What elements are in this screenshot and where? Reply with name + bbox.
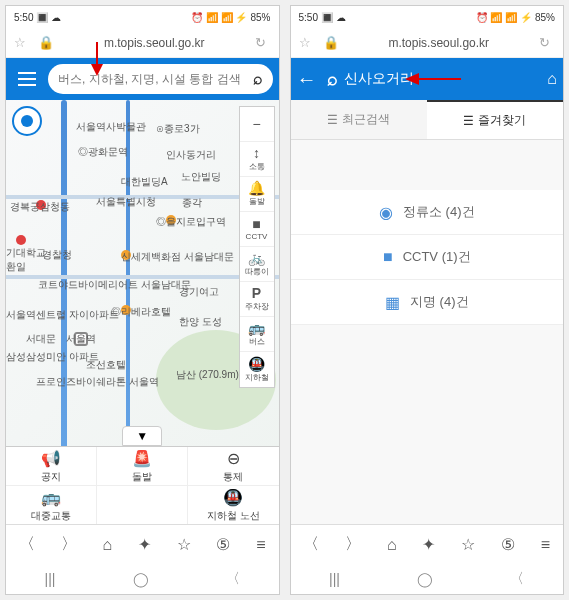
map-label: ◎광화문역 bbox=[78, 145, 128, 159]
map-label: 서울역센트럴 자이아파트 bbox=[6, 308, 119, 322]
nav-tabs[interactable]: ⑤ bbox=[216, 535, 230, 554]
nav-home[interactable]: ⌂ bbox=[387, 536, 397, 554]
result-stops[interactable]: ◉정류소 (4)건 bbox=[291, 190, 564, 235]
url-text[interactable]: m.topis.seoul.go.kr bbox=[347, 36, 532, 50]
app-header: ⌕ bbox=[6, 58, 279, 100]
map-label: 기대학교 bbox=[6, 246, 46, 260]
tool-parking[interactable]: P주차장 bbox=[240, 282, 274, 317]
map-label: 한양 도성 bbox=[179, 315, 222, 329]
browser-nav: 〈 〉 ⌂ ✦ ☆ ⑤ ≡ bbox=[291, 524, 564, 564]
map-label: 서울역사박물관 bbox=[76, 120, 146, 134]
map-label: 코트야드바이메리어트 서울남대문 bbox=[38, 278, 191, 292]
tool-bus[interactable]: 🚌버스 bbox=[240, 317, 274, 352]
map-label: 남산 (270.9m) bbox=[176, 368, 239, 382]
expand-panel-button[interactable]: ▼ bbox=[122, 426, 162, 446]
tab-control[interactable]: ⊖통제 bbox=[188, 447, 278, 485]
sys-back[interactable]: 〈 bbox=[226, 570, 240, 588]
tab-notice[interactable]: 📢공지 bbox=[6, 447, 97, 485]
refresh-icon[interactable]: ↻ bbox=[539, 35, 555, 50]
status-bar: 5:50🔳 ☁ ⏰ 📶 📶 ⚡85% bbox=[291, 6, 564, 28]
url-bar: ☆ 🔒 m.topis.seoul.go.kr ↻ bbox=[6, 28, 279, 58]
nav-menu[interactable]: ≡ bbox=[541, 536, 550, 554]
bookmark-icon[interactable]: ☆ bbox=[14, 35, 30, 50]
nav-forward[interactable]: 〉 bbox=[61, 534, 77, 555]
nav-back[interactable]: 〈 bbox=[19, 534, 35, 555]
system-nav: ||| ◯ 〈 bbox=[291, 564, 564, 594]
results-list: ◉정류소 (4)건 ■CCTV (1)건 ▦지명 (4)건 bbox=[291, 140, 564, 524]
map-label: 경복궁삼청동 bbox=[10, 200, 70, 214]
search-icon[interactable]: ⌕ bbox=[253, 70, 263, 88]
nav-tabs[interactable]: ⑤ bbox=[501, 535, 515, 554]
bottom-tabs: 📢공지 🚨돌발 ⊖통제 🚌대중교통 🚇지하철 노선 bbox=[6, 446, 279, 524]
tab-empty bbox=[97, 486, 188, 524]
sys-home[interactable]: ◯ bbox=[133, 571, 149, 587]
tool-cctv[interactable]: ■CCTV bbox=[240, 212, 274, 247]
nav-share[interactable]: ✦ bbox=[422, 535, 435, 554]
map-label: 대한빌딩A bbox=[121, 175, 168, 189]
search-icon: ⌕ bbox=[327, 69, 338, 90]
status-bar: 5:50🔳 ☁ ⏰ 📶 📶 ⚡85% bbox=[6, 6, 279, 28]
tool-traffic[interactable]: ↕소통 bbox=[240, 142, 274, 177]
tool-subway[interactable]: 🚇지하철 bbox=[240, 352, 274, 387]
search-input[interactable] bbox=[58, 72, 253, 86]
nav-home[interactable]: ⌂ bbox=[102, 536, 112, 554]
sys-home[interactable]: ◯ bbox=[417, 571, 433, 587]
result-places[interactable]: ▦지명 (4)건 bbox=[291, 280, 564, 325]
tool-bike[interactable]: 🚲따릉이 bbox=[240, 247, 274, 282]
result-cctv[interactable]: ■CCTV (1)건 bbox=[291, 235, 564, 280]
refresh-icon[interactable]: ↻ bbox=[255, 35, 271, 50]
url-bar: ☆ 🔒 m.topis.seoul.go.kr ↻ bbox=[291, 28, 564, 58]
map-label: 인사동거리 bbox=[166, 148, 216, 162]
map-label: ⊙종로3가 bbox=[156, 122, 200, 136]
map-label: 프로인즈바이쉐라톤 서울역 bbox=[36, 375, 159, 389]
sys-recent[interactable]: ||| bbox=[45, 571, 56, 587]
map-label: 노안빌딩 bbox=[181, 170, 221, 184]
nav-back[interactable]: 〈 bbox=[303, 534, 319, 555]
phone-right: 5:50🔳 ☁ ⏰ 📶 📶 ⚡85% ☆ 🔒 m.topis.seoul.go.… bbox=[290, 5, 565, 595]
tab-recent[interactable]: ☰최근검색 bbox=[291, 100, 427, 139]
nav-menu[interactable]: ≡ bbox=[256, 536, 265, 554]
tab-favorites[interactable]: ☰즐겨찾기 bbox=[427, 100, 563, 139]
bookmark-icon[interactable]: ☆ bbox=[299, 35, 315, 50]
map-label: 서울역 bbox=[66, 332, 96, 346]
map-label: ◎을지로입구역 bbox=[156, 215, 226, 229]
tab-incident[interactable]: 🚨돌발 bbox=[97, 447, 188, 485]
result-tabs: ☰최근검색 ☰즐겨찾기 bbox=[291, 100, 564, 140]
phone-left: 5:50🔳 ☁ ⏰ 📶 📶 ⚡85% ☆ 🔒 m.topis.seoul.go.… bbox=[5, 5, 280, 595]
nav-share[interactable]: ✦ bbox=[138, 535, 151, 554]
map-label: 서대문 bbox=[26, 332, 56, 346]
map-label: 경기여고 bbox=[179, 285, 219, 299]
lock-icon: 🔒 bbox=[323, 35, 339, 50]
app-header: ← ⌕ 신사오거리 ⌂ bbox=[291, 58, 564, 100]
nav-bookmarks[interactable]: ☆ bbox=[461, 535, 475, 554]
map-label: 서울특별시청 bbox=[96, 195, 156, 209]
sys-recent[interactable]: ||| bbox=[329, 571, 340, 587]
map-label: 종각 bbox=[182, 196, 202, 210]
menu-button[interactable] bbox=[12, 64, 42, 94]
map-label: 신세계백화점 서울남대문 bbox=[121, 250, 234, 264]
map-area[interactable]: − ↕소통 🔔돌발 ■CCTV 🚲따릉이 P주차장 🚌버스 🚇지하철 서울역사박… bbox=[6, 100, 279, 524]
map-tools: − ↕소통 🔔돌발 ■CCTV 🚲따릉이 P주차장 🚌버스 🚇지하철 bbox=[239, 106, 275, 388]
map-label: 경찰청 bbox=[42, 248, 72, 262]
map-label: 조선호텔 bbox=[86, 358, 126, 372]
map-label: 삼성삼성미안 아파트 bbox=[6, 350, 99, 364]
nav-bookmarks[interactable]: ☆ bbox=[177, 535, 191, 554]
back-button[interactable]: ← bbox=[297, 68, 317, 91]
home-button[interactable]: ⌂ bbox=[547, 70, 557, 88]
search-term-display[interactable]: ⌕ 신사오거리 bbox=[327, 69, 542, 90]
tool-zoom-out[interactable]: − bbox=[240, 107, 274, 142]
tab-transit[interactable]: 🚌대중교통 bbox=[6, 486, 97, 524]
sys-back[interactable]: 〈 bbox=[510, 570, 524, 588]
tool-incident[interactable]: 🔔돌발 bbox=[240, 177, 274, 212]
map-label: 환일 bbox=[6, 260, 26, 274]
search-box[interactable]: ⌕ bbox=[48, 64, 273, 94]
map-label: ◎리베라호텔 bbox=[111, 305, 171, 319]
compass-button[interactable] bbox=[12, 106, 42, 136]
browser-nav: 〈 〉 ⌂ ✦ ☆ ⑤ ≡ bbox=[6, 524, 279, 564]
system-nav: ||| ◯ 〈 bbox=[6, 564, 279, 594]
url-text[interactable]: m.topis.seoul.go.kr bbox=[62, 36, 247, 50]
tab-subway-line[interactable]: 🚇지하철 노선 bbox=[188, 486, 278, 524]
nav-forward[interactable]: 〉 bbox=[345, 534, 361, 555]
lock-icon: 🔒 bbox=[38, 35, 54, 50]
